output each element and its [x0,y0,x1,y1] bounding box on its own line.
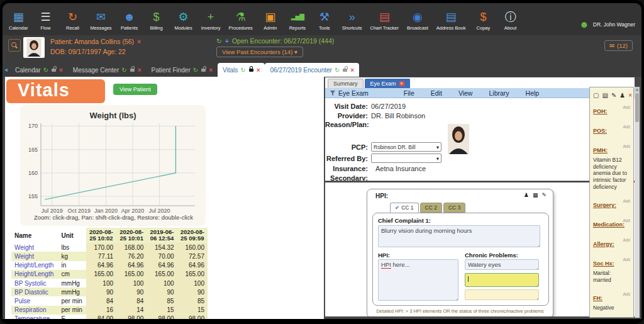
toolbar-item-flow[interactable]: ☰Flow [36,9,55,31]
toolbar-item-calendar[interactable]: ▦Calendar [9,9,28,31]
cc-tab-cc-3[interactable]: CC 3 [443,203,465,213]
view-patient-button[interactable]: View Patient [113,84,157,95]
refresh-icon[interactable]: ↻ [193,67,198,74]
sidebar-section-title[interactable]: FH: [593,295,602,301]
hpi-textarea[interactable]: HPI here... [378,259,458,301]
toolbar-item-messages[interactable]: ✉Messages [90,9,111,31]
refresh-icon[interactable]: ↻ [43,67,48,74]
edit-icon[interactable]: ✎ [541,192,547,198]
toolbar-item-modules[interactable]: ⚙Modules [174,9,193,31]
new-note-icon[interactable]: ▢ [593,92,599,99]
vital-name-link[interactable]: Respiration [11,306,58,315]
sidebar-section-title[interactable]: Soc Hx: [593,260,614,267]
pen-icon[interactable]: ✎ [611,92,616,99]
toolbar-item-reports[interactable]: ▂▅▇Reports [288,9,307,31]
menu-item-help[interactable]: Help [526,89,540,97]
tab-patient-finder[interactable]: Patient Finder↻× [146,63,218,77]
pcp-select[interactable]: Robinson DR. Bill▾ [371,142,441,152]
user-icon[interactable]: ♟ [524,192,529,198]
messages-badge-button[interactable]: ✉ (12) [604,40,633,51]
view-past-encounters-button[interactable]: View Past Encounters (14) ▾ [216,47,303,57]
add-link[interactable]: Add [623,144,630,148]
toolbar-item-chart-tracker[interactable]: ▤Chart Tracker [370,9,399,31]
vital-name-link[interactable]: BP Systolic [11,279,58,288]
vital-name-link[interactable]: Height/Length [11,270,58,279]
delete-icon[interactable]: ▦ [533,192,538,198]
refresh-icon[interactable]: ↻ [240,67,245,74]
menu-item-edit[interactable]: Edit [431,89,442,97]
cc-tab-cc-1[interactable]: ✔CC 1 [390,203,419,213]
scroll-up-icon[interactable]: ▴ [635,87,640,92]
toolbar-item-tools[interactable]: ⚒Tools [315,9,334,31]
records-icon[interactable]: ▤ [602,92,608,99]
toolbar-item-broadcast[interactable]: ◉Broadcast [407,9,428,31]
vital-name-link[interactable]: Temperature [11,315,58,319]
tab-message-center[interactable]: Message Center↻× [68,63,147,77]
add-link[interactable]: Add [623,238,630,242]
vital-name-link[interactable]: Weight [11,252,58,260]
close-icon[interactable]: × [138,67,142,74]
vital-name-link[interactable]: Pulse [11,296,58,305]
vertical-scrollbar[interactable]: ▴ [635,87,640,318]
exam-tab-eye-exam[interactable]: Eye Exam× [365,79,410,88]
add-link[interactable]: Add [623,199,630,203]
toolbar-item-procedures[interactable]: ⚗Procedures [228,9,252,31]
referred-by-select[interactable]: ▾ [371,154,441,163]
close-icon[interactable]: × [628,92,632,99]
collapse-tabs-icon[interactable]: ◂ [4,66,8,73]
vital-name-link[interactable]: Height/Length [11,261,58,270]
close-patient-icon[interactable]: × [137,38,141,45]
toolbar-item-admin[interactable]: ▣Admin [261,9,280,31]
vital-name-link[interactable]: BP Diastolic [11,288,58,296]
new-encounter-icon[interactable]: + [225,37,229,45]
close-icon[interactable]: × [399,81,404,86]
toolbar-item-patients[interactable]: ☻Patients [120,9,139,31]
sidebar-section-title[interactable]: Allergy: [593,241,614,247]
toolbar-item-about[interactable]: ⓘAbout [501,9,519,31]
menu-item-view[interactable]: View [458,89,473,97]
toolbar-item-recall[interactable]: ↻Recall [63,9,82,31]
tab-vitals[interactable]: Vitals↻× [218,63,265,77]
sidebar-section-title[interactable]: PMH: [593,147,608,154]
patient-avatar[interactable] [23,37,45,58]
sidebar-section-title[interactable]: POS: [593,128,607,134]
toolbar-item-address-book[interactable]: ▤Address Book [436,9,466,31]
menu-item-library[interactable]: Library [489,89,509,97]
vital-name-link[interactable]: Weight [11,243,58,252]
toolbar-item-inventory[interactable]: +Inventory [201,9,221,31]
tab-calendar[interactable]: Calendar↻× [10,63,68,77]
chronic-problem-input[interactable] [465,273,539,287]
toolbar-item-billing[interactable]: $Billing [147,9,166,31]
chronic-problem-input[interactable]: Watery eyes [465,259,539,270]
add-link[interactable]: Add [623,257,630,262]
scrollbar-thumb[interactable] [635,93,639,122]
add-link[interactable]: Add [623,105,630,109]
menu-item-eye-exam[interactable]: Eye Exam [330,89,369,97]
close-icon[interactable]: × [257,67,260,74]
close-icon[interactable]: × [209,67,213,74]
toolbar-item-shortcuts[interactable]: »Shortcuts [342,9,362,31]
user-menu[interactable]: ☻ DR. John Wagner [579,10,635,30]
refresh-icon[interactable]: ↻ [335,67,340,74]
add-link[interactable]: Add [623,125,630,129]
sidebar-section-title[interactable]: Surgery: [593,202,616,208]
add-link[interactable]: Add [623,218,630,223]
close-icon[interactable]: × [350,67,354,74]
chronic-problem-input[interactable] [465,289,539,300]
patient-search-button[interactable] [8,39,21,52]
menu-item-file[interactable]: File [404,89,414,97]
cc-tab-cc-2[interactable]: CC 2 [420,203,442,213]
weight-chart-card[interactable]: Weight (lbs) 155160165170Jul 2019Oct 201… [20,105,206,226]
sidebar-section-title[interactable]: POH: [593,108,608,115]
chief-complaint-textarea[interactable]: Blurry vision during morning hours [378,225,540,247]
weight-chart[interactable]: 155160165170Jul 2019Oct 2019Jan 2020Apr … [20,105,206,226]
close-icon[interactable]: × [59,67,63,74]
refresh-encounter-icon[interactable]: ↻ [216,37,222,45]
export-user-icon[interactable]: ♟ [619,92,625,99]
toolbar-item-copay[interactable]: $Copay [474,9,492,31]
refresh-icon[interactable]: ↻ [121,67,126,74]
sidebar-section-title[interactable]: Medication: [593,221,625,228]
tab-06-27-2019-encounter[interactable]: 06/27/2019 Encounter↻× [265,63,359,77]
add-link[interactable]: Add [623,292,630,296]
exam-tab-summary[interactable]: Summary [328,79,364,88]
